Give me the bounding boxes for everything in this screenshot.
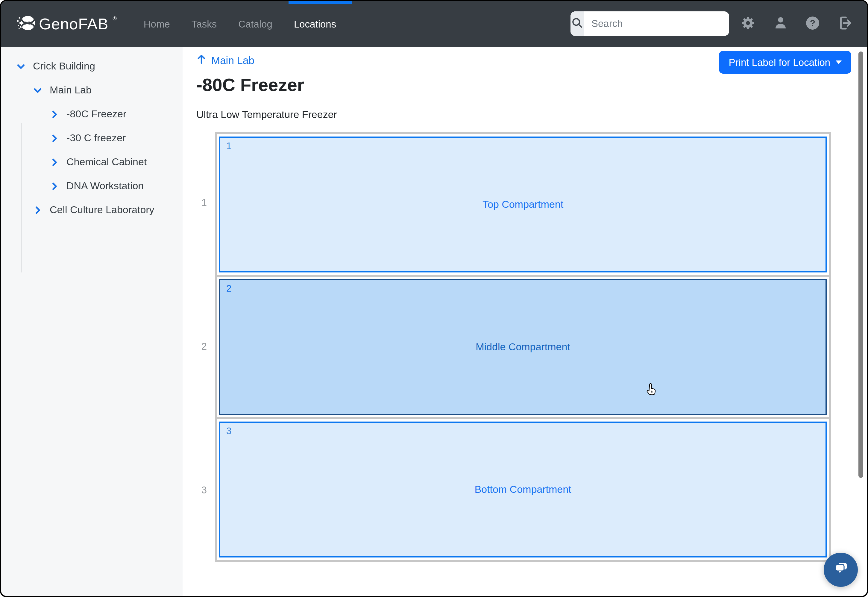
sidebar-item-chemical-cabinet[interactable]: Chemical Cabinet bbox=[1, 150, 183, 174]
page-title: -80C Freezer bbox=[196, 75, 304, 95]
registered-mark: ® bbox=[113, 16, 116, 22]
sidebar-item-main-lab[interactable]: Main Lab bbox=[1, 79, 183, 102]
user-icon bbox=[773, 16, 788, 32]
caret-down-icon bbox=[836, 61, 842, 64]
chat-widget-button[interactable] bbox=[824, 553, 858, 587]
sidebar-item-cell-culture-laboratory[interactable]: Cell Culture Laboratory bbox=[1, 198, 183, 222]
gear-icon bbox=[740, 15, 755, 33]
search-box bbox=[570, 11, 729, 36]
freezer-row: 1 Top Compartment bbox=[217, 134, 829, 275]
tree-item-label: Cell Culture Laboratory bbox=[50, 204, 154, 216]
row-index-label: 3 bbox=[196, 484, 212, 496]
brand-logo[interactable]: GenoFAB® bbox=[17, 13, 116, 34]
tree-item-label: -30 C freezer bbox=[67, 132, 126, 144]
compartment-middle[interactable]: 2 Middle Compartment bbox=[219, 279, 827, 415]
nav-tab-catalog[interactable]: Catalog bbox=[227, 1, 283, 47]
print-label-button-text: Print Label for Location bbox=[729, 56, 830, 68]
sidebar-item-crick-building[interactable]: Crick Building bbox=[1, 55, 183, 79]
nav-tab-locations[interactable]: Locations bbox=[283, 1, 347, 47]
help-button[interactable]: ? bbox=[805, 16, 820, 31]
tree-item-label: -80C Freezer bbox=[67, 108, 126, 120]
row-index-label: 1 bbox=[196, 197, 212, 208]
search-button[interactable] bbox=[570, 11, 584, 36]
tree-item-label: Main Lab bbox=[50, 85, 92, 97]
location-tree: Crick Building Main Lab -80C Freezer -30… bbox=[1, 47, 183, 222]
tree-item-label: DNA Workstation bbox=[67, 180, 144, 192]
breadcrumb-label: Main Lab bbox=[211, 54, 254, 67]
settings-button[interactable] bbox=[740, 16, 755, 31]
brand-name: GenoFAB bbox=[39, 15, 108, 33]
navbar-actions: ? bbox=[740, 1, 852, 47]
freezer-row: 2 Middle Compartment bbox=[217, 275, 829, 417]
user-account-button[interactable] bbox=[773, 16, 788, 31]
genofab-logo-icon bbox=[17, 13, 35, 34]
compartment-label: Middle Compartment bbox=[476, 341, 570, 353]
chevron-down-icon[interactable] bbox=[17, 62, 25, 71]
logout-button[interactable] bbox=[837, 16, 852, 31]
tree-item-label: Chemical Cabinet bbox=[67, 156, 147, 168]
chevron-right-icon[interactable] bbox=[50, 158, 59, 166]
sidebar-item-30c-freezer[interactable]: -30 C freezer bbox=[1, 126, 183, 150]
chevron-right-icon[interactable] bbox=[50, 182, 59, 190]
breadcrumb-parent-location[interactable]: Main Lab bbox=[196, 54, 254, 67]
primary-nav: Home Tasks Catalog Locations bbox=[133, 1, 347, 47]
compartment-bottom[interactable]: 3 Bottom Compartment bbox=[219, 422, 827, 557]
chevron-right-icon[interactable] bbox=[50, 110, 59, 119]
compartment-number: 1 bbox=[226, 141, 231, 151]
compartment-number: 2 bbox=[226, 283, 231, 294]
compartment-number: 3 bbox=[226, 426, 231, 437]
up-arrow-icon bbox=[196, 54, 206, 67]
sidebar-item-80c-freezer[interactable]: -80C Freezer bbox=[1, 102, 183, 126]
compartment-label: Bottom Compartment bbox=[475, 484, 571, 496]
chevron-right-icon[interactable] bbox=[50, 134, 59, 143]
page-subtitle: Ultra Low Temperature Freezer bbox=[196, 109, 337, 121]
main-content: Main Lab -80C Freezer Ultra Low Temperat… bbox=[183, 47, 867, 596]
svg-text:?: ? bbox=[810, 18, 815, 28]
sidebar-item-dna-workstation[interactable]: DNA Workstation bbox=[1, 174, 183, 198]
compartment-label: Top Compartment bbox=[482, 199, 563, 211]
nav-tab-tasks[interactable]: Tasks bbox=[181, 1, 227, 47]
active-tab-indicator bbox=[289, 1, 352, 4]
chevron-right-icon[interactable] bbox=[34, 206, 42, 214]
help-icon: ? bbox=[805, 15, 820, 33]
print-label-button[interactable]: Print Label for Location bbox=[719, 51, 851, 74]
vertical-scrollbar-thumb[interactable] bbox=[858, 52, 863, 478]
sign-out-icon bbox=[837, 15, 852, 33]
search-icon bbox=[570, 16, 584, 31]
app-window: GenoFAB® Home Tasks Catalog Locations bbox=[0, 0, 868, 597]
search-input[interactable] bbox=[584, 11, 729, 36]
nav-tab-home[interactable]: Home bbox=[133, 1, 181, 47]
chat-bubbles-icon bbox=[832, 560, 850, 580]
freezer-layout-container: 1 Top Compartment 2 Middle Compartment 3… bbox=[215, 132, 831, 562]
row-index-label: 2 bbox=[196, 341, 212, 352]
freezer-row: 3 Bottom Compartment bbox=[217, 417, 829, 560]
compartment-top[interactable]: 1 Top Compartment bbox=[219, 137, 827, 272]
tree-item-label: Crick Building bbox=[33, 61, 95, 73]
top-navbar: GenoFAB® Home Tasks Catalog Locations bbox=[1, 1, 867, 47]
locations-sidebar: Crick Building Main Lab -80C Freezer -30… bbox=[1, 47, 183, 596]
chevron-down-icon[interactable] bbox=[34, 86, 42, 95]
